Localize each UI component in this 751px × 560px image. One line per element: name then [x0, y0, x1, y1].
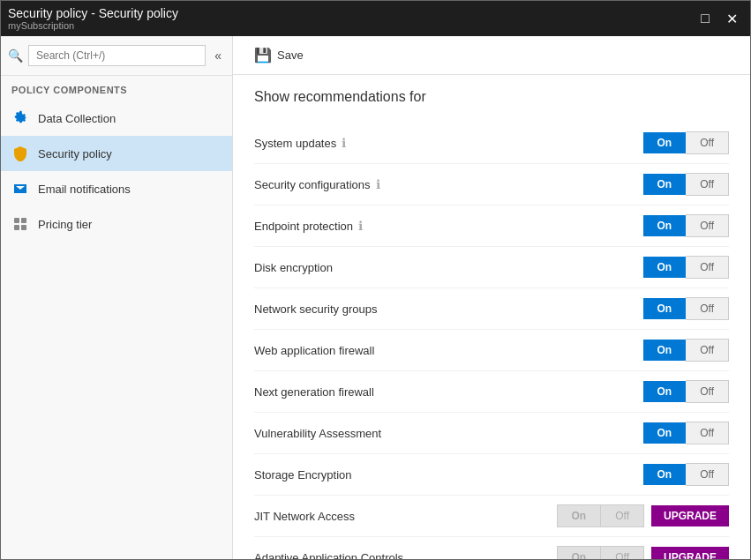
toggle-off-endpoint-protection[interactable]: Off	[686, 214, 729, 237]
rec-row-storage-encryption: Storage EncryptionOnOff	[254, 454, 729, 496]
rec-controls-jit-network-access: OnOffUPGRADE	[557, 504, 729, 527]
toggle-off-web-application-firewall[interactable]: Off	[686, 339, 729, 362]
rec-label-security-configurations: Security configurationsℹ	[254, 177, 643, 191]
rec-row-web-application-firewall: Web application firewallOnOff	[254, 330, 729, 371]
toggle-on-disk-encryption[interactable]: On	[643, 257, 687, 278]
toggle-off-disk-encryption[interactable]: Off	[686, 256, 729, 279]
rec-label-system-updates: System updatesℹ	[254, 136, 643, 150]
policy-components-label: POLICY COMPONENTS	[1, 76, 232, 101]
rec-label-next-generation-firewall: Next generation firewall	[254, 385, 643, 399]
toggle-off-system-updates[interactable]: Off	[686, 131, 729, 154]
rec-label-storage-encryption: Storage Encryption	[254, 468, 643, 482]
content-area: 🔍 « POLICY COMPONENTS Data Collection	[1, 36, 750, 559]
sidebar-item-security-policy[interactable]: Security policy	[1, 136, 232, 171]
sidebar-label-pricing-tier: Pricing tier	[38, 218, 92, 231]
toggle-group-storage-encryption: OnOff	[643, 463, 729, 486]
svg-rect-2	[14, 225, 19, 230]
rec-row-jit-network-access: JIT Network AccessOnOffUPGRADE	[254, 496, 729, 537]
svg-rect-3	[21, 225, 26, 230]
sidebar-item-data-collection[interactable]: Data Collection	[1, 101, 232, 136]
upgrade-button-adaptive-application-controls[interactable]: UPGRADE	[651, 547, 729, 559]
toggle-on-endpoint-protection[interactable]: On	[643, 215, 687, 236]
rec-row-network-security-groups: Network security groupsOnOff	[254, 288, 729, 330]
rec-label-disk-encryption: Disk encryption	[254, 261, 643, 274]
toggle-on-web-application-firewall[interactable]: On	[643, 340, 687, 361]
toggle-on-network-security-groups[interactable]: On	[643, 298, 687, 319]
sidebar-label-data-collection: Data Collection	[38, 112, 116, 125]
minimize-button[interactable]: □	[694, 7, 717, 30]
save-label: Save	[277, 49, 304, 62]
search-icon: 🔍	[8, 49, 23, 63]
info-icon-system-updates[interactable]: ℹ	[342, 136, 346, 150]
rec-controls-disk-encryption: OnOff	[643, 256, 729, 279]
save-icon: 💾	[254, 47, 272, 63]
toggle-group-network-security-groups: OnOff	[643, 297, 729, 320]
rec-row-system-updates: System updatesℹOnOff	[254, 123, 729, 164]
toggle-off-adaptive-application-controls[interactable]: Off	[600, 546, 644, 559]
toggle-group-endpoint-protection: OnOff	[643, 214, 729, 237]
rec-label-network-security-groups: Network security groups	[254, 302, 643, 316]
sidebar-label-email-notifications: Email notifications	[38, 183, 131, 196]
toggle-on-system-updates[interactable]: On	[643, 132, 687, 153]
info-icon-endpoint-protection[interactable]: ℹ	[358, 219, 363, 233]
rec-row-security-configurations: Security configurationsℹOnOff	[254, 164, 729, 205]
sidebar: 🔍 « POLICY COMPONENTS Data Collection	[1, 36, 233, 559]
rec-label-vulnerability-assessment: Vulnerability Assessment	[254, 427, 643, 440]
pricing-icon	[11, 215, 29, 233]
toggle-group-disk-encryption: OnOff	[643, 256, 729, 279]
rec-row-vulnerability-assessment: Vulnerability AssessmentOnOff	[254, 413, 729, 454]
email-icon	[11, 180, 29, 198]
rec-row-next-generation-firewall: Next generation firewallOnOff	[254, 371, 729, 413]
toggle-on-jit-network-access[interactable]: On	[557, 504, 601, 527]
rec-controls-endpoint-protection: OnOff	[643, 214, 729, 237]
title-bar: Security policy - Security policy mySubs…	[1, 1, 750, 36]
main-panel: 💾 Save Show recommendations for System u…	[233, 36, 750, 559]
rec-label-endpoint-protection: Endpoint protectionℹ	[254, 219, 643, 233]
rec-row-adaptive-application-controls: Adaptive Application ControlsOnOffUPGRAD…	[254, 537, 729, 559]
toggle-group-web-application-firewall: OnOff	[643, 339, 729, 362]
search-input[interactable]	[28, 45, 206, 66]
rec-label-jit-network-access: JIT Network Access	[254, 510, 557, 523]
section-title: Show recommendations for	[254, 89, 729, 105]
shield-icon	[11, 145, 29, 162]
sidebar-item-pricing-tier[interactable]: Pricing tier	[1, 206, 232, 242]
toggle-off-storage-encryption[interactable]: Off	[686, 463, 729, 486]
close-button[interactable]: ✕	[720, 7, 743, 30]
sidebar-label-security-policy: Security policy	[38, 147, 112, 161]
app-window: Security policy - Security policy mySubs…	[0, 0, 751, 560]
svg-rect-0	[14, 218, 19, 223]
info-icon-security-configurations[interactable]: ℹ	[376, 177, 380, 191]
toggle-group-vulnerability-assessment: OnOff	[643, 422, 729, 444]
toggle-on-storage-encryption[interactable]: On	[643, 464, 687, 485]
collapse-button[interactable]: «	[211, 47, 225, 64]
rec-controls-system-updates: OnOff	[643, 131, 729, 154]
toggle-off-next-generation-firewall[interactable]: Off	[686, 380, 729, 403]
save-button[interactable]: 💾 Save	[247, 43, 311, 67]
toggle-off-vulnerability-assessment[interactable]: Off	[686, 422, 729, 444]
sidebar-item-email-notifications[interactable]: Email notifications	[1, 171, 232, 206]
window-title: Security policy - Security policy	[8, 6, 178, 20]
gear-icon	[11, 109, 29, 127]
title-bar-left: Security policy - Security policy mySubs…	[8, 6, 178, 31]
toggle-on-adaptive-application-controls[interactable]: On	[557, 546, 601, 559]
rec-controls-adaptive-application-controls: OnOffUPGRADE	[557, 546, 729, 559]
main-content: Show recommendations for System updatesℹ…	[233, 75, 750, 559]
rec-controls-storage-encryption: OnOff	[643, 463, 729, 486]
rec-label-web-application-firewall: Web application firewall	[254, 344, 643, 357]
rec-controls-network-security-groups: OnOff	[643, 297, 729, 320]
window-controls: □ ✕	[694, 7, 743, 30]
window-subtitle: mySubscription	[8, 20, 178, 31]
toggle-off-network-security-groups[interactable]: Off	[686, 297, 729, 320]
toggle-on-security-configurations[interactable]: On	[643, 174, 687, 195]
toggle-on-vulnerability-assessment[interactable]: On	[643, 422, 687, 444]
upgrade-button-jit-network-access[interactable]: UPGRADE	[651, 505, 729, 526]
toggle-on-next-generation-firewall[interactable]: On	[643, 381, 687, 402]
toggle-group-security-configurations: OnOff	[643, 173, 729, 196]
recommendations-list: System updatesℹOnOffSecurity configurati…	[254, 123, 729, 559]
rec-label-adaptive-application-controls: Adaptive Application Controls	[254, 551, 557, 560]
toggle-off-security-configurations[interactable]: Off	[686, 173, 729, 196]
toggle-off-jit-network-access[interactable]: Off	[600, 504, 644, 527]
rec-controls-web-application-firewall: OnOff	[643, 339, 729, 362]
rec-row-disk-encryption: Disk encryptionOnOff	[254, 247, 729, 288]
rec-controls-security-configurations: OnOff	[643, 173, 729, 196]
